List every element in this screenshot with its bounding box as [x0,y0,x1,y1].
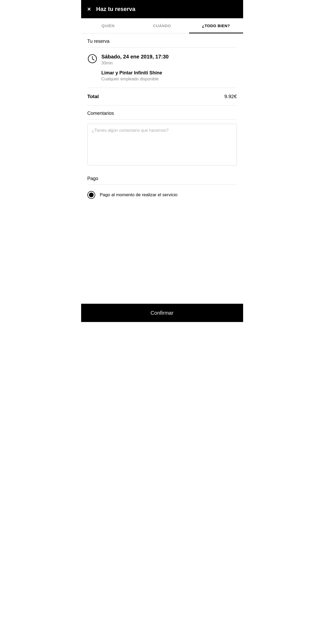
clock-icon [87,54,97,64]
comments-label: Comentarios [87,111,114,116]
booking-datetime: Sábado, 24 ene 2019, 17:30 [101,54,169,60]
service-name: Limar y Pintar Infiniti Shine [101,70,237,76]
reservation-section-header: Tu reserva [81,33,243,47]
comments-textarea-wrapper [81,120,243,171]
payment-option[interactable]: Pago al momento de realizar el servicio [81,185,243,205]
radio-button[interactable] [87,191,95,199]
radio-inner [89,193,94,197]
service-info: Limar y Pintar Infiniti Shine Cualquier … [87,70,237,81]
total-row: Total 9.92€ [81,88,243,105]
tab-todo-bien[interactable]: ¿TODO BIEN? [189,18,243,33]
main-content: Tu reserva Sábado, 24 ene 2019, 17:30 30… [81,33,243,304]
payment-section: Pago [81,171,243,184]
booking-duration: 30min [101,61,169,65]
total-label: Total [87,94,99,99]
footer: Confirmar [81,304,243,322]
total-price: 9.92€ [224,94,237,99]
time-details: Sábado, 24 ene 2019, 17:30 30min [101,54,169,65]
confirm-button[interactable]: Confirmar [151,310,173,316]
booking-time-row: Sábado, 24 ene 2019, 17:30 30min [87,54,237,65]
service-employee: Cualquier empleado disponible [101,77,237,81]
page-title: Haz tu reserva [96,6,135,13]
close-button[interactable]: × [87,5,91,13]
tabs-bar: QUIÉN CUÁNDO ¿TODO BIEN? [81,18,243,33]
payment-option-text: Pago al momento de realizar el servicio [100,192,178,198]
svg-line-2 [92,59,94,60]
booking-info: Sábado, 24 ene 2019, 17:30 30min Limar y… [81,47,243,88]
tab-quien[interactable]: QUIÉN [81,18,135,33]
tab-cuando[interactable]: CUÁNDO [135,18,189,33]
comments-section: Comentarios [81,105,243,119]
comments-textarea[interactable] [87,124,237,165]
header: × Haz tu reserva [81,0,243,18]
payment-label: Pago [87,176,98,181]
